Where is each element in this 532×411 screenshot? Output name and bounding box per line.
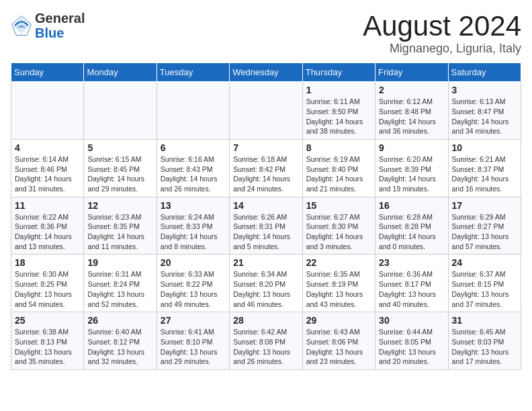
day-number: 21	[233, 257, 298, 268]
logo-text: General Blue	[35, 11, 85, 40]
day-header-thursday: Thursday	[302, 63, 375, 82]
day-info: Sunrise: 6:30 AMSunset: 8:25 PMDaylight:…	[15, 269, 80, 309]
calendar-cell: 11Sunrise: 6:22 AMSunset: 8:36 PMDayligh…	[11, 197, 84, 255]
calendar-cell: 16Sunrise: 6:28 AMSunset: 8:28 PMDayligh…	[375, 197, 448, 255]
calendar-cell: 29Sunrise: 6:43 AMSunset: 8:06 PMDayligh…	[302, 312, 375, 370]
day-number: 28	[233, 315, 298, 326]
day-info: Sunrise: 6:21 AMSunset: 8:37 PMDaylight:…	[452, 154, 517, 194]
day-header-tuesday: Tuesday	[157, 63, 229, 82]
day-number: 6	[161, 142, 226, 153]
day-number: 10	[452, 142, 517, 153]
calendar-cell: 21Sunrise: 6:34 AMSunset: 8:20 PMDayligh…	[230, 255, 302, 312]
calendar-week-row: 25Sunrise: 6:38 AMSunset: 8:13 PMDayligh…	[11, 312, 521, 370]
calendar-cell: 2Sunrise: 6:12 AMSunset: 8:48 PMDaylight…	[375, 82, 448, 140]
day-number: 13	[161, 200, 226, 211]
calendar-cell: 6Sunrise: 6:16 AMSunset: 8:43 PMDaylight…	[157, 139, 229, 197]
day-info: Sunrise: 6:16 AMSunset: 8:43 PMDaylight:…	[161, 154, 226, 194]
day-header-sunday: Sunday	[11, 63, 84, 82]
day-header-friday: Friday	[375, 63, 448, 82]
day-info: Sunrise: 6:20 AMSunset: 8:39 PMDaylight:…	[379, 154, 444, 194]
day-number: 29	[306, 315, 371, 326]
calendar-cell: 10Sunrise: 6:21 AMSunset: 8:37 PMDayligh…	[448, 139, 521, 197]
day-number: 14	[233, 200, 298, 211]
calendar-week-row: 11Sunrise: 6:22 AMSunset: 8:36 PMDayligh…	[11, 197, 521, 255]
calendar-cell: 1Sunrise: 6:11 AMSunset: 8:50 PMDaylight…	[302, 82, 375, 140]
day-info: Sunrise: 6:31 AMSunset: 8:24 PMDaylight:…	[87, 269, 152, 309]
calendar-cell: 14Sunrise: 6:26 AMSunset: 8:31 PMDayligh…	[230, 197, 302, 255]
day-number: 8	[306, 142, 371, 153]
day-number: 18	[15, 257, 80, 268]
calendar-cell: 28Sunrise: 6:42 AMSunset: 8:08 PMDayligh…	[230, 312, 302, 370]
day-number: 27	[161, 315, 226, 326]
day-info: Sunrise: 6:11 AMSunset: 8:50 PMDaylight:…	[306, 97, 371, 136]
day-header-saturday: Saturday	[448, 63, 521, 82]
day-number: 7	[233, 142, 298, 153]
day-header-wednesday: Wednesday	[230, 63, 302, 82]
logo-general: General	[35, 11, 85, 26]
day-number: 20	[161, 257, 226, 268]
calendar-week-row: 1Sunrise: 6:11 AMSunset: 8:50 PMDaylight…	[11, 82, 521, 140]
calendar-cell: 26Sunrise: 6:40 AMSunset: 8:12 PMDayligh…	[84, 312, 157, 370]
day-number: 4	[15, 142, 80, 153]
location: Mignanego, Liguria, Italy	[363, 42, 521, 56]
calendar-cell: 12Sunrise: 6:23 AMSunset: 8:35 PMDayligh…	[84, 197, 157, 255]
day-number: 9	[379, 142, 444, 153]
day-info: Sunrise: 6:14 AMSunset: 8:46 PMDaylight:…	[15, 154, 80, 194]
calendar-cell	[230, 82, 302, 140]
day-info: Sunrise: 6:45 AMSunset: 8:03 PMDaylight:…	[452, 327, 517, 367]
day-number: 1	[306, 85, 371, 95]
calendar-cell: 22Sunrise: 6:35 AMSunset: 8:19 PMDayligh…	[302, 255, 375, 312]
day-info: Sunrise: 6:15 AMSunset: 8:45 PMDaylight:…	[87, 154, 152, 194]
calendar-cell: 19Sunrise: 6:31 AMSunset: 8:24 PMDayligh…	[84, 255, 157, 312]
calendar-week-row: 4Sunrise: 6:14 AMSunset: 8:46 PMDaylight…	[11, 139, 521, 197]
day-info: Sunrise: 6:35 AMSunset: 8:19 PMDaylight:…	[306, 269, 371, 309]
day-number: 30	[379, 315, 444, 326]
day-number: 3	[452, 85, 517, 95]
calendar-cell: 24Sunrise: 6:37 AMSunset: 8:15 PMDayligh…	[448, 255, 521, 312]
day-info: Sunrise: 6:12 AMSunset: 8:48 PMDaylight:…	[379, 97, 444, 136]
calendar-cell	[84, 82, 157, 140]
day-info: Sunrise: 6:29 AMSunset: 8:27 PMDaylight:…	[452, 212, 517, 252]
calendar-cell	[11, 82, 84, 140]
calendar-cell: 7Sunrise: 6:18 AMSunset: 8:42 PMDaylight…	[230, 139, 302, 197]
day-info: Sunrise: 6:34 AMSunset: 8:20 PMDaylight:…	[233, 269, 298, 309]
day-number: 26	[87, 315, 152, 326]
day-header-monday: Monday	[84, 63, 157, 82]
day-info: Sunrise: 6:26 AMSunset: 8:31 PMDaylight:…	[233, 212, 298, 252]
calendar-cell: 18Sunrise: 6:30 AMSunset: 8:25 PMDayligh…	[11, 255, 84, 312]
day-info: Sunrise: 6:44 AMSunset: 8:05 PMDaylight:…	[379, 327, 444, 367]
calendar-cell: 31Sunrise: 6:45 AMSunset: 8:03 PMDayligh…	[448, 312, 521, 370]
day-number: 11	[15, 200, 80, 211]
day-info: Sunrise: 6:37 AMSunset: 8:15 PMDaylight:…	[452, 269, 517, 309]
day-info: Sunrise: 6:13 AMSunset: 8:47 PMDaylight:…	[452, 97, 517, 136]
day-info: Sunrise: 6:22 AMSunset: 8:36 PMDaylight:…	[15, 212, 80, 252]
day-number: 23	[379, 257, 444, 268]
day-info: Sunrise: 6:19 AMSunset: 8:40 PMDaylight:…	[306, 154, 371, 194]
day-number: 19	[87, 257, 152, 268]
calendar-cell: 17Sunrise: 6:29 AMSunset: 8:27 PMDayligh…	[448, 197, 521, 255]
day-number: 17	[452, 200, 517, 211]
day-info: Sunrise: 6:38 AMSunset: 8:13 PMDaylight:…	[15, 327, 80, 367]
logo-icon	[11, 15, 32, 36]
title-area: August 2024 Mignanego, Liguria, Italy	[363, 11, 521, 56]
calendar-cell: 9Sunrise: 6:20 AMSunset: 8:39 PMDaylight…	[375, 139, 448, 197]
day-info: Sunrise: 6:18 AMSunset: 8:42 PMDaylight:…	[233, 154, 298, 194]
day-number: 15	[306, 200, 371, 211]
day-info: Sunrise: 6:42 AMSunset: 8:08 PMDaylight:…	[233, 327, 298, 367]
day-number: 5	[87, 142, 152, 153]
calendar-cell	[157, 82, 229, 140]
calendar-week-row: 18Sunrise: 6:30 AMSunset: 8:25 PMDayligh…	[11, 255, 521, 312]
day-info: Sunrise: 6:43 AMSunset: 8:06 PMDaylight:…	[306, 327, 371, 367]
day-number: 31	[452, 315, 517, 326]
day-info: Sunrise: 6:33 AMSunset: 8:22 PMDaylight:…	[161, 269, 226, 309]
day-number: 2	[379, 85, 444, 95]
day-number: 12	[87, 200, 152, 211]
calendar-cell: 3Sunrise: 6:13 AMSunset: 8:47 PMDaylight…	[448, 82, 521, 140]
day-info: Sunrise: 6:40 AMSunset: 8:12 PMDaylight:…	[87, 327, 152, 367]
calendar-cell: 5Sunrise: 6:15 AMSunset: 8:45 PMDaylight…	[84, 139, 157, 197]
month-title: August 2024	[363, 11, 521, 42]
calendar-cell: 25Sunrise: 6:38 AMSunset: 8:13 PMDayligh…	[11, 312, 84, 370]
day-number: 24	[452, 257, 517, 268]
page-header: General Blue August 2024 Mignanego, Ligu…	[11, 11, 521, 56]
day-info: Sunrise: 6:41 AMSunset: 8:10 PMDaylight:…	[161, 327, 226, 367]
